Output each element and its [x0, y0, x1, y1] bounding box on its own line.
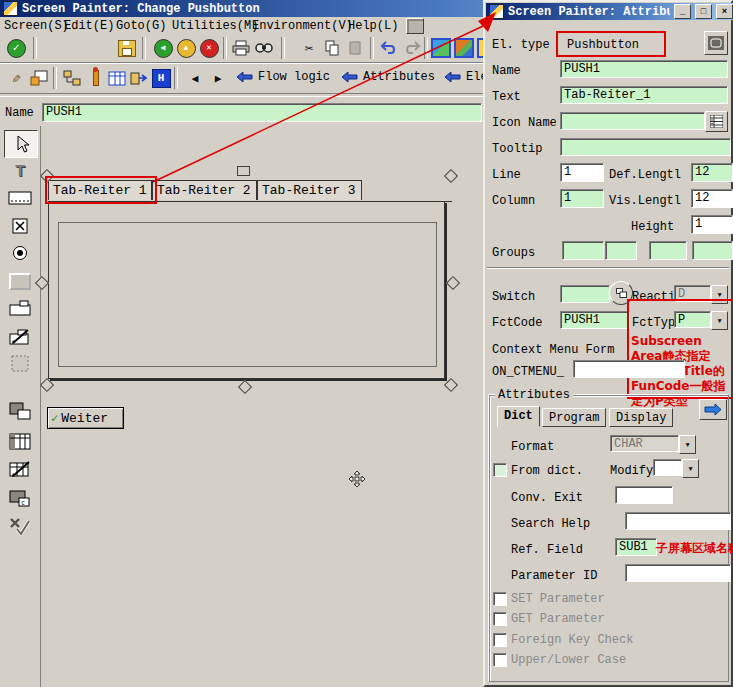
next-screen-button[interactable] [699, 399, 727, 420]
on-ctmenu-input[interactable] [573, 360, 685, 378]
def-length-input[interactable]: 12 [691, 163, 733, 182]
frame-tool-button[interactable] [4, 398, 36, 424]
canvas-tab-2[interactable]: Tab-Reiter 2 [152, 180, 257, 200]
find-button[interactable] [253, 37, 275, 59]
screen-button-2[interactable] [453, 37, 475, 59]
close-button[interactable]: × [716, 4, 733, 19]
menu-goto[interactable]: Goto(G) [116, 19, 166, 33]
tooltip-input[interactable] [560, 138, 731, 156]
switch-button[interactable] [609, 281, 633, 305]
undo-button[interactable] [378, 37, 400, 59]
name-row-input[interactable]: PUSH1 [42, 103, 482, 122]
format-dropdown[interactable]: CHAR [610, 435, 696, 454]
menu-screen[interactable]: Screen(S) [4, 19, 69, 33]
set-parameter-checkbox[interactable] [493, 592, 507, 606]
tab-program[interactable]: Program [542, 408, 606, 427]
canvas-tab-1[interactable]: Tab-Reiter 1 [48, 180, 152, 200]
column-input[interactable]: 1 [560, 189, 604, 208]
icon-name-input[interactable] [560, 112, 705, 130]
minimize-button[interactable]: _ [674, 4, 691, 19]
screen-button-1[interactable] [430, 37, 452, 59]
groups-input-1[interactable] [562, 241, 604, 260]
line-input[interactable]: 1 [560, 163, 604, 182]
fcttype-dropdown[interactable]: P [674, 311, 728, 330]
tabstrip-wizard-tool-button[interactable] [4, 323, 36, 349]
canvas-tab-3[interactable]: Tab-Reiter 3 [257, 180, 362, 200]
selection-tool-button[interactable] [4, 130, 38, 158]
info-button[interactable]: H [150, 67, 172, 89]
foreign-key-check-checkbox[interactable] [493, 633, 507, 647]
tabstrip-control[interactable]: Tab-Reiter 1Tab-Reiter 2Tab-Reiter 3 [48, 180, 452, 202]
status-icon-tool-button[interactable] [4, 513, 36, 539]
save-button[interactable] [116, 37, 138, 59]
format-dropdown-arrow-icon[interactable] [679, 435, 696, 454]
tab-display[interactable]: Display [609, 408, 673, 427]
fctcode-input[interactable]: PUSH1 [560, 311, 630, 329]
get-parameter-checkbox[interactable] [493, 612, 507, 626]
exit-up-button[interactable] [175, 37, 197, 59]
text-tool-button[interactable]: T [4, 158, 36, 184]
resize-handle-bottom-left[interactable] [40, 378, 54, 392]
table-window-button[interactable] [106, 67, 128, 89]
copy-screen-button[interactable] [28, 67, 50, 89]
height-input[interactable]: 1 [691, 215, 733, 234]
modify-dropdown[interactable] [653, 459, 699, 478]
menu-environment[interactable]: Environment(V) [252, 19, 353, 33]
cancel-button[interactable] [198, 37, 220, 59]
modify-dropdown-arrow-icon[interactable] [682, 459, 699, 478]
groups-input-3[interactable] [649, 241, 687, 260]
input-field-tool-button[interactable] [4, 185, 36, 211]
reaction-dropdown-arrow-icon[interactable] [711, 285, 728, 304]
resize-handle-top-center[interactable] [237, 166, 250, 176]
move-window-button[interactable] [128, 67, 150, 89]
switch-input[interactable] [560, 285, 610, 303]
tab-dict[interactable]: Dict [497, 406, 540, 427]
maximize-button[interactable]: □ [695, 4, 712, 19]
enter-button[interactable] [5, 37, 27, 59]
copy-button[interactable] [321, 37, 343, 59]
conv-exit-input[interactable] [615, 486, 673, 504]
fcttype-dropdown-arrow-icon[interactable] [711, 311, 728, 330]
resize-handle-bottom-right[interactable] [444, 378, 458, 392]
reaction-dropdown[interactable]: D [674, 285, 728, 304]
redo-button[interactable] [401, 37, 423, 59]
vis-length-input[interactable]: 12 [691, 189, 733, 208]
pushbutton-tool-button[interactable] [4, 268, 36, 294]
table-wizard-tool-button[interactable] [4, 456, 36, 482]
weiter-button[interactable]: ✓ Weiter [47, 407, 124, 429]
menu-help[interactable]: Help(L) [348, 19, 398, 33]
resize-handle-mid-right[interactable] [446, 276, 460, 290]
test-button[interactable] [85, 67, 107, 89]
previous-button[interactable] [184, 67, 206, 89]
cut-button[interactable] [298, 37, 320, 59]
next-button[interactable] [207, 67, 229, 89]
attributes-link[interactable]: Attributes [341, 70, 435, 84]
attr-name-input[interactable]: PUSH1 [560, 60, 728, 78]
attr-text-input[interactable]: Tab-Reiter_1 [560, 86, 728, 104]
hierarchy-button[interactable] [61, 67, 83, 89]
from-dict-checkbox[interactable] [493, 463, 507, 477]
paste-button[interactable] [344, 37, 366, 59]
search-help-input[interactable] [625, 512, 731, 530]
groups-input-4[interactable] [692, 241, 733, 260]
change-button[interactable] [5, 67, 27, 89]
groups-input-2[interactable] [605, 241, 637, 260]
flow-logic-link[interactable]: Flow logic [236, 70, 330, 84]
back-button[interactable] [152, 37, 174, 59]
custom-control-tool-button[interactable]: c [4, 485, 36, 511]
checkbox-tool-button[interactable] [4, 213, 36, 239]
ref-field-input[interactable]: SUB1 [615, 538, 657, 556]
menu-edit[interactable]: Edit(E) [64, 19, 114, 33]
radio-button-tool-button[interactable] [4, 240, 36, 266]
tabstrip-tool-button[interactable] [4, 295, 36, 321]
parameter-id-input[interactable] [625, 564, 731, 582]
subscreen-area[interactable] [58, 222, 437, 367]
subscreen-tool-button[interactable] [4, 350, 36, 376]
menu-utilities[interactable]: Utilities(M) [172, 19, 258, 33]
icon-value-help-button[interactable] [705, 111, 728, 132]
resize-handle-bottom-center[interactable] [238, 380, 252, 394]
upper-lower-case-checkbox[interactable] [493, 653, 507, 667]
table-control-tool-button[interactable] [4, 428, 36, 454]
print-button[interactable] [230, 37, 252, 59]
element-list-button[interactable] [704, 31, 728, 55]
